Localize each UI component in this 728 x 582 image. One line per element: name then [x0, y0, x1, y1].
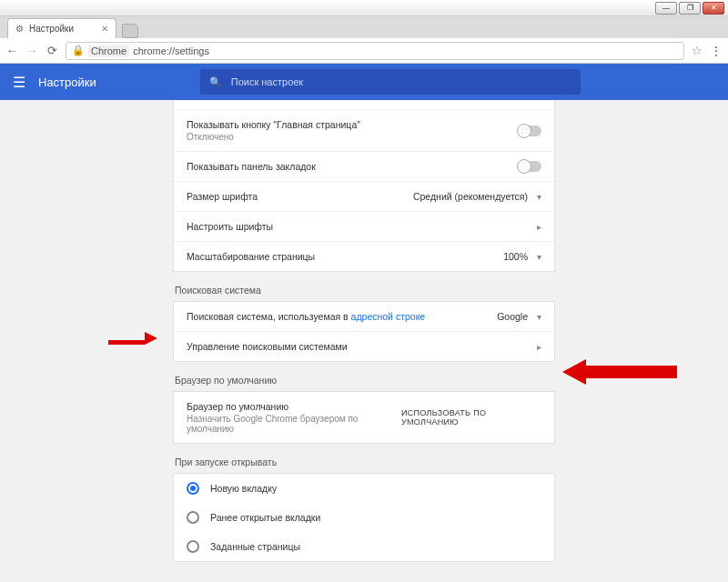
make-default-button[interactable]: ИСПОЛЬЗОВАТЬ ПО УМОЛЧАНИЮ — [401, 408, 541, 426]
row-label: Управление поисковыми системами — [187, 341, 348, 352]
startup-section-label: При запуске открывать — [173, 457, 555, 467]
back-button[interactable]: ← — [5, 44, 18, 57]
startup-option-newtab[interactable]: Новую вкладку — [174, 474, 554, 503]
row-label: Показывать кнопку "Главная страница" — [187, 119, 360, 130]
annotation-arrow-right — [562, 359, 677, 385]
row-label: Браузер по умолчанию — [187, 401, 401, 412]
toolbar: ← → ⟳ 🔒 Chrome chrome://settings ☆ ⋮ — [0, 38, 728, 64]
forward-button[interactable]: → — [25, 44, 38, 57]
row-sub: Назначить Google Chrome браузером по умо… — [187, 414, 401, 434]
chevron-right-icon: ▸ — [537, 342, 541, 352]
startup-card: Новую вкладку Ранее открытые вкладки Зад… — [173, 473, 555, 562]
chevron-down-icon: ▾ — [537, 192, 541, 202]
option-label: Ранее открытые вкладки — [210, 512, 320, 523]
row-label: Масштабирование страницы — [187, 251, 315, 262]
page-zoom-row[interactable]: Масштабирование страницы 100% ▾ — [174, 242, 554, 271]
radio-checked-icon — [187, 482, 199, 495]
window-close-button[interactable]: ✕ — [703, 2, 724, 15]
new-tab-button[interactable] — [122, 24, 138, 38]
tab-title: Настройки — [29, 24, 74, 34]
search-card: Поисковая система, используемая в адресн… — [173, 301, 555, 362]
bookmarks-bar-row: Показывать панель закладок — [174, 152, 554, 182]
window-minimize-button[interactable]: — — [655, 2, 677, 15]
tab-strip: ⚙ Настройки ✕ — [0, 16, 728, 38]
browser-menu-icon[interactable]: ⋮ — [710, 44, 723, 58]
window-titlebar: — ❐ ✕ — [0, 0, 728, 16]
default-browser-row: Браузер по умолчанию Назначить Google Ch… — [174, 392, 554, 443]
url-scheme-chip: Chrome — [88, 45, 129, 56]
startup-option-specific[interactable]: Заданные страницы — [174, 532, 554, 561]
font-size-row[interactable]: Размер шрифта Средний (рекомендуется) ▾ — [174, 182, 554, 212]
browser-tab[interactable]: ⚙ Настройки ✕ — [7, 18, 116, 38]
row-label: Поисковая система, используемая в — [187, 311, 351, 322]
bookmark-star-icon[interactable]: ☆ — [692, 44, 703, 57]
default-browser-card: Браузер по умолчанию Назначить Google Ch… — [173, 391, 555, 444]
startup-option-continue[interactable]: Ранее открытые вкладки — [174, 503, 554, 532]
address-bar-link[interactable]: адресной строке — [351, 311, 426, 322]
row-label: Размер шрифта — [187, 191, 258, 202]
radio-icon — [187, 511, 199, 524]
annotation-arrow-left — [108, 332, 157, 348]
default-browser-section-label: Браузер по умолчанию — [173, 375, 555, 386]
chevron-down-icon: ▾ — [537, 312, 541, 322]
home-button-toggle[interactable] — [518, 125, 541, 136]
home-button-row: Показывать кнопку "Главная страница" Отк… — [174, 110, 554, 152]
appearance-card: Темы Открыть Интернет-магазин Chrome Пок… — [173, 100, 555, 272]
address-bar[interactable]: 🔒 Chrome chrome://settings — [66, 42, 684, 60]
manage-search-engines-row[interactable]: Управление поисковыми системами ▸ — [174, 332, 554, 361]
chevron-down-icon: ▾ — [537, 252, 541, 262]
search-engine-value: Google — [497, 311, 528, 322]
search-input[interactable]: 🔍 Поиск настроек — [200, 69, 581, 95]
bookmarks-toggle[interactable] — [518, 161, 541, 172]
custom-fonts-row[interactable]: Настроить шрифты ▸ — [174, 212, 554, 242]
option-label: Заданные страницы — [210, 541, 300, 552]
radio-icon — [187, 540, 199, 553]
search-icon: 🔍 — [209, 76, 222, 88]
row-label: Настроить шрифты — [187, 221, 273, 232]
chevron-right-icon: ▸ — [537, 222, 541, 232]
font-size-value: Средний (рекомендуется) — [413, 191, 528, 202]
lock-icon: 🔒 — [72, 45, 85, 56]
reload-button[interactable]: ⟳ — [46, 44, 58, 57]
gear-icon: ⚙ — [15, 24, 24, 34]
search-section-label: Поисковая система — [173, 285, 555, 296]
themes-row[interactable]: Темы Открыть Интернет-магазин Chrome — [174, 100, 554, 110]
url-text: chrome://settings — [133, 45, 209, 56]
hamburger-icon[interactable]: ☰ — [13, 74, 25, 91]
tab-close-icon[interactable]: ✕ — [101, 24, 108, 34]
window-maximize-button[interactable]: ❐ — [679, 2, 701, 15]
zoom-value: 100% — [503, 251, 528, 262]
option-label: Новую вкладку — [210, 483, 277, 494]
search-engine-row[interactable]: Поисковая система, используемая в адресн… — [174, 302, 554, 332]
settings-header: ☰ Настройки 🔍 Поиск настроек — [0, 64, 728, 100]
row-sub: Отключено — [187, 132, 360, 142]
search-placeholder: Поиск настроек — [231, 76, 303, 87]
row-label: Показывать панель закладок — [187, 161, 316, 172]
page-title: Настройки — [38, 75, 96, 89]
